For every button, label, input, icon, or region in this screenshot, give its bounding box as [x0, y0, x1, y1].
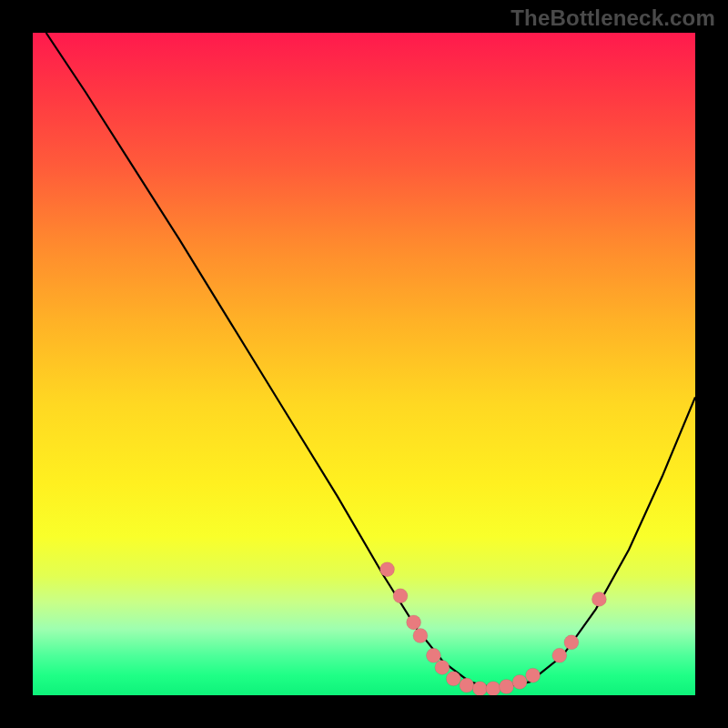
- chart-frame: TheBottleneck.com: [0, 0, 728, 728]
- data-point: [380, 562, 395, 577]
- data-point: [460, 678, 474, 693]
- data-point: [435, 660, 450, 674]
- data-point: [552, 648, 567, 662]
- data-point: [486, 682, 500, 695]
- bottleneck-curve: [46, 33, 695, 689]
- data-point: [446, 672, 460, 686]
- data-point: [413, 629, 428, 643]
- watermark-text: TheBottleneck.com: [511, 5, 715, 31]
- data-point: [512, 674, 527, 689]
- data-point: [426, 648, 440, 662]
- data-point: [564, 635, 579, 650]
- plot-area: [33, 33, 695, 695]
- data-point: [472, 682, 487, 695]
- data-point: [500, 680, 514, 694]
- data-points: [380, 562, 607, 695]
- data-point: [407, 615, 421, 630]
- data-point: [393, 589, 408, 603]
- data-point: [526, 668, 541, 682]
- curve-layer: [33, 33, 695, 695]
- data-point: [592, 592, 606, 606]
